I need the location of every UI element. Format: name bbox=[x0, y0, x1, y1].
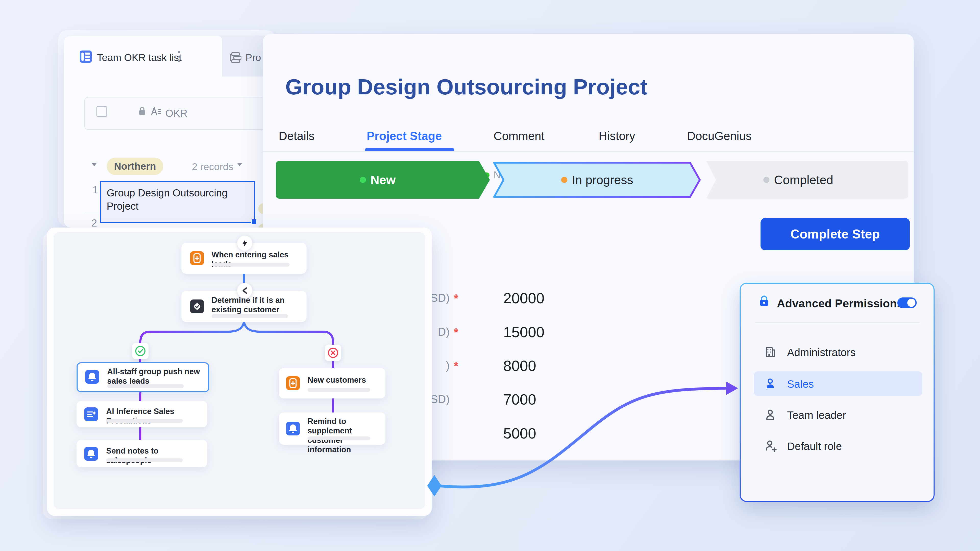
condition-false-icon bbox=[325, 345, 341, 361]
ai-notes-icon bbox=[84, 407, 98, 421]
node-placeholder bbox=[212, 263, 290, 267]
record-title: Group Design Outsourcing Project bbox=[285, 74, 648, 100]
tab-team-okr-label[interactable]: Team OKR task list bbox=[97, 52, 182, 63]
permission-item-team-leader[interactable]: Team leader bbox=[754, 403, 922, 427]
permission-item-label: Team leader bbox=[787, 409, 846, 421]
lock-icon bbox=[757, 294, 771, 308]
bell-icon bbox=[84, 447, 98, 461]
tabbar-divider bbox=[263, 151, 914, 152]
stage-completed-dot bbox=[763, 177, 770, 183]
permission-item-label: Administrators bbox=[787, 346, 856, 359]
condition-icon bbox=[190, 300, 204, 313]
tab-comment[interactable]: Comment bbox=[493, 129, 544, 143]
selected-cell-text: Group Design Outsourcing Project bbox=[101, 182, 250, 213]
field-value[interactable]: 20000 bbox=[503, 289, 544, 306]
person-plus-icon bbox=[764, 440, 777, 453]
fill-handle[interactable] bbox=[251, 219, 257, 224]
required-asterisk: * bbox=[454, 292, 458, 305]
required-asterisk: * bbox=[454, 326, 458, 339]
group-northern-count[interactable]: 2 records bbox=[192, 161, 234, 172]
table-panel: Team OKR task list Pro OKR Northern bbox=[64, 36, 271, 227]
node-placeholder bbox=[212, 314, 288, 318]
person-icon bbox=[764, 409, 776, 421]
row-divider bbox=[84, 214, 100, 214]
tab-pro-label[interactable]: Pro bbox=[245, 52, 261, 63]
stage-new-label: New bbox=[371, 173, 396, 187]
stage-in-progress[interactable]: In progress bbox=[544, 162, 651, 198]
column-okr-label[interactable]: OKR bbox=[165, 108, 188, 119]
tab-docugenius[interactable]: DocuGenius bbox=[687, 129, 752, 143]
tab-project-stage[interactable]: Project Stage bbox=[367, 129, 442, 143]
group-northern-collapse-icon[interactable] bbox=[91, 163, 97, 166]
lightning-icon bbox=[237, 235, 253, 251]
tab-details[interactable]: Details bbox=[279, 129, 315, 143]
workflow-node-remind-supplement[interactable]: Remind to supplement customer informatio… bbox=[279, 413, 385, 445]
active-tab-underline bbox=[365, 148, 454, 151]
node-placeholder bbox=[307, 437, 370, 440]
permissions-panel: Advanced Permissions Administrators bbox=[740, 283, 935, 502]
node-title: New customers bbox=[307, 375, 379, 385]
row-1-number: 1 bbox=[92, 184, 98, 196]
tab-history[interactable]: History bbox=[599, 129, 635, 143]
stage-completed-label: Completed bbox=[774, 173, 833, 187]
condition-true-icon bbox=[132, 343, 148, 359]
stage-in-progress-dot bbox=[561, 177, 567, 183]
node-title: All-staff group push new sales leads bbox=[107, 367, 202, 386]
complete-step-button[interactable]: Complete Step bbox=[760, 218, 910, 250]
toggle-knob bbox=[907, 299, 915, 307]
workflow-node-new-customers[interactable]: New customers bbox=[279, 368, 385, 399]
add-record-icon bbox=[286, 376, 300, 390]
text-field-type-icon bbox=[151, 106, 162, 117]
lock-icon bbox=[137, 106, 147, 116]
field-value[interactable]: 5000 bbox=[503, 425, 536, 442]
automation-panel: When entering sales leads Determine if i… bbox=[47, 227, 432, 516]
workflow-node-ai-inference[interactable]: AI Inference Sales Precautions bbox=[76, 401, 207, 427]
add-record-icon bbox=[190, 251, 204, 265]
required-asterisk: * bbox=[454, 359, 458, 373]
select-all-checkbox[interactable] bbox=[97, 106, 107, 117]
group-northern-records-dropdown[interactable] bbox=[237, 163, 242, 166]
node-placeholder bbox=[307, 388, 370, 392]
field-value[interactable]: 8000 bbox=[503, 357, 536, 374]
branch-icon bbox=[237, 283, 253, 299]
group-northern-pill[interactable]: Northern bbox=[107, 158, 163, 175]
stage-in-progress-label: In progress bbox=[572, 173, 633, 187]
workflow-node-send-notes[interactable]: Send notes to salespeople bbox=[76, 440, 207, 467]
bell-icon bbox=[85, 370, 99, 384]
stage-new[interactable]: New bbox=[327, 162, 429, 198]
permission-item-sales[interactable]: Sales bbox=[754, 372, 922, 396]
selected-cell[interactable]: Group Design Outsourcing Project bbox=[100, 181, 255, 223]
node-title: Remind to supplement customer informatio… bbox=[307, 416, 379, 454]
person-icon bbox=[764, 378, 776, 390]
screen: Team OKR task list Pro OKR Northern bbox=[0, 0, 980, 551]
stage-completed[interactable]: Completed bbox=[745, 162, 852, 198]
bell-icon bbox=[286, 422, 300, 435]
permission-item-administrators[interactable]: Administrators bbox=[754, 340, 922, 364]
field-value[interactable]: 15000 bbox=[503, 324, 544, 341]
node-placeholder bbox=[107, 384, 184, 388]
field-value[interactable]: 7000 bbox=[503, 391, 536, 408]
workflow-node-push-leads[interactable]: All-staff group push new sales leads bbox=[76, 362, 209, 392]
permissions-toggle[interactable] bbox=[897, 297, 917, 308]
stage-new-dot bbox=[360, 177, 366, 183]
permission-item-label: Sales bbox=[787, 378, 814, 390]
building-icon bbox=[764, 346, 776, 358]
permissions-divider bbox=[756, 322, 920, 323]
kebab-menu-icon[interactable] bbox=[178, 51, 180, 64]
flowchart-icon bbox=[229, 52, 242, 64]
node-title: Determine if it is an existing customer bbox=[212, 295, 301, 314]
node-placeholder bbox=[106, 419, 183, 423]
row-2-number: 2 bbox=[91, 218, 97, 229]
table-icon bbox=[80, 51, 92, 63]
node-placeholder bbox=[106, 458, 183, 462]
permissions-title: Advanced Permissions bbox=[777, 297, 903, 310]
permission-item-label: Default role bbox=[787, 440, 842, 453]
permission-item-default-role[interactable]: Default role bbox=[754, 434, 922, 457]
